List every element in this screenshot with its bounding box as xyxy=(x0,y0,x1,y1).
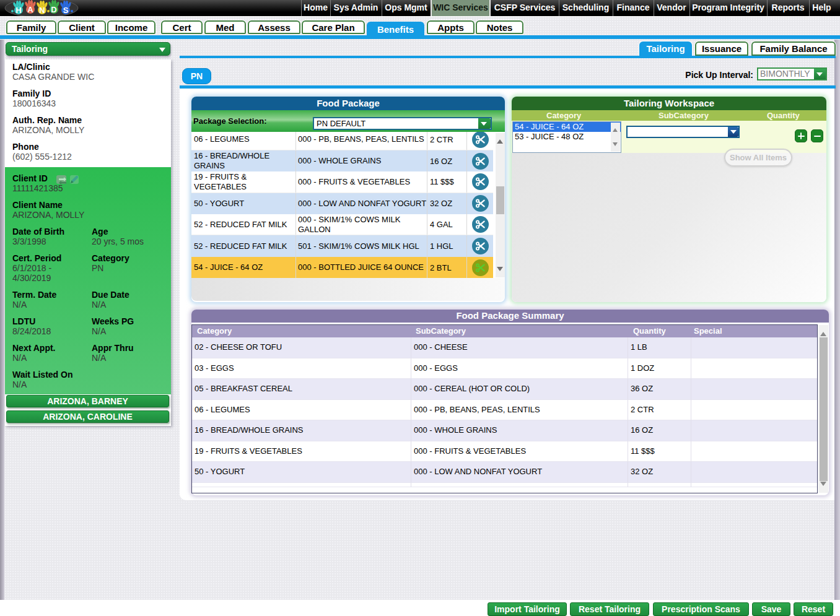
svg-text:A: A xyxy=(27,5,33,14)
svg-text:H: H xyxy=(15,6,21,15)
svg-text:D: D xyxy=(51,5,56,14)
svg-text:S: S xyxy=(63,6,69,15)
svg-text:N: N xyxy=(39,6,45,15)
